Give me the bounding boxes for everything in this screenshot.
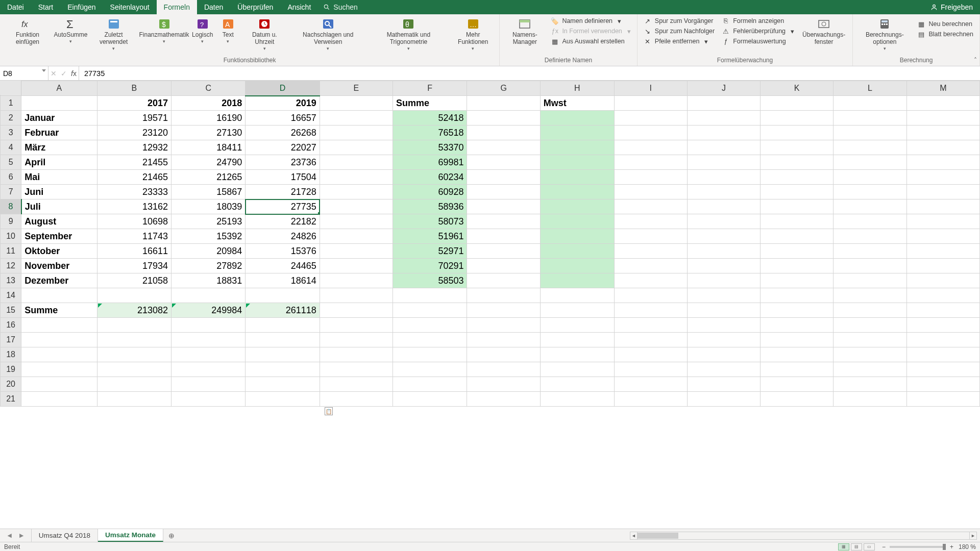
cell-L20[interactable] — [834, 377, 906, 392]
cell-B15[interactable]: 213082 — [97, 303, 171, 318]
cell-F12[interactable]: 70291 — [393, 259, 467, 273]
cell-J6[interactable] — [687, 170, 760, 185]
row-header-6[interactable]: 6 — [1, 170, 21, 185]
cell-K2[interactable] — [761, 111, 834, 126]
paste-options-button[interactable]: 📋 — [325, 407, 333, 415]
cell-H17[interactable] — [540, 333, 614, 347]
define-name-button[interactable]: 🏷️Namen definieren▾ — [548, 16, 633, 26]
cell-M17[interactable] — [906, 333, 979, 347]
cell-J9[interactable] — [687, 214, 760, 229]
cell-H3[interactable] — [540, 126, 614, 140]
cell-B21[interactable] — [97, 392, 171, 407]
cell-D7[interactable]: 21728 — [246, 185, 320, 199]
cell-J7[interactable] — [687, 185, 760, 199]
row-header-5[interactable]: 5 — [1, 155, 21, 170]
cell-D12[interactable]: 24465 — [246, 259, 320, 273]
cell-J13[interactable] — [687, 273, 760, 288]
cell-E14[interactable] — [320, 288, 393, 303]
cell-E18[interactable] — [320, 347, 393, 362]
cell-H14[interactable] — [540, 288, 614, 303]
cell-B5[interactable]: 21455 — [97, 155, 171, 170]
cell-B14[interactable] — [97, 288, 171, 303]
cell-E5[interactable] — [320, 155, 393, 170]
zoom-in-button[interactable]: + — [950, 543, 953, 550]
cell-K6[interactable] — [761, 170, 834, 185]
menu-tab-ansicht[interactable]: Ansicht — [280, 0, 318, 14]
show-formulas-button[interactable]: ⎘Formeln anzeigen — [719, 16, 797, 26]
cell-I1[interactable] — [614, 96, 687, 111]
cell-G10[interactable] — [467, 229, 540, 244]
cell-F19[interactable] — [393, 362, 467, 377]
cell-K1[interactable] — [761, 96, 834, 111]
cell-D15[interactable]: 261118 — [246, 303, 320, 318]
col-header-G[interactable]: G — [467, 81, 540, 96]
cell-L19[interactable] — [834, 362, 906, 377]
cell-D5[interactable]: 23736 — [246, 155, 320, 170]
cell-I15[interactable] — [614, 303, 687, 318]
error-checking-button[interactable]: ⚠Fehlerüberprüfung▾ — [719, 27, 797, 36]
cell-L5[interactable] — [834, 155, 906, 170]
col-header-A[interactable]: A — [21, 81, 97, 96]
cell-G8[interactable] — [467, 199, 540, 214]
cell-A13[interactable]: Dezember — [21, 273, 97, 288]
cell-A16[interactable] — [21, 318, 97, 333]
cell-E4[interactable] — [320, 140, 393, 155]
cell-E7[interactable] — [320, 185, 393, 199]
cell-M15[interactable] — [906, 303, 979, 318]
scroll-left-icon[interactable]: ◄ — [630, 532, 638, 539]
cell-I7[interactable] — [614, 185, 687, 199]
cell-D6[interactable]: 17504 — [246, 170, 320, 185]
remove-arrows-button[interactable]: ✕Pfeile entfernen▾ — [641, 37, 718, 46]
cell-A18[interactable] — [21, 347, 97, 362]
cell-G20[interactable] — [467, 377, 540, 392]
calculate-sheet-button[interactable]: ▤Blatt berechnen — [914, 30, 976, 39]
cell-I19[interactable] — [614, 362, 687, 377]
cell-G13[interactable] — [467, 273, 540, 288]
cell-F16[interactable] — [393, 318, 467, 333]
menu-tab-formeln[interactable]: Formeln — [157, 0, 197, 14]
menu-tab-überprüfen[interactable]: Überprüfen — [230, 0, 280, 14]
cell-H10[interactable] — [540, 229, 614, 244]
cell-A15[interactable]: Summe — [21, 303, 97, 318]
col-header-I[interactable]: I — [614, 81, 687, 96]
cell-M13[interactable] — [906, 273, 979, 288]
cell-J4[interactable] — [687, 140, 760, 155]
trace-dependents-button[interactable]: ↘Spur zum Nachfolger — [641, 27, 718, 36]
cell-E17[interactable] — [320, 333, 393, 347]
cell-B1[interactable]: 2017 — [97, 96, 171, 111]
cell-L16[interactable] — [834, 318, 906, 333]
cell-H6[interactable] — [540, 170, 614, 185]
cell-A2[interactable]: Januar — [21, 111, 97, 126]
cell-H9[interactable] — [540, 214, 614, 229]
cell-L9[interactable] — [834, 214, 906, 229]
cell-H21[interactable] — [540, 392, 614, 407]
cell-D4[interactable]: 22027 — [246, 140, 320, 155]
cell-M7[interactable] — [906, 185, 979, 199]
cell-G17[interactable] — [467, 333, 540, 347]
cell-E12[interactable] — [320, 259, 393, 273]
cell-F5[interactable]: 69981 — [393, 155, 467, 170]
cell-E1[interactable] — [320, 96, 393, 111]
cell-M8[interactable] — [906, 199, 979, 214]
cell-K20[interactable] — [761, 377, 834, 392]
fx-icon[interactable]: fx — [71, 69, 77, 78]
menu-tab-daten[interactable]: Daten — [197, 0, 230, 14]
evaluate-formula-button[interactable]: ƒFormelauswertung — [719, 37, 797, 46]
cell-F3[interactable]: 76518 — [393, 126, 467, 140]
cell-J12[interactable] — [687, 259, 760, 273]
trace-precedents-button[interactable]: ↗Spur zum Vorgänger — [641, 16, 718, 26]
cell-A5[interactable]: April — [21, 155, 97, 170]
cell-J19[interactable] — [687, 362, 760, 377]
cell-I4[interactable] — [614, 140, 687, 155]
cell-B8[interactable]: 13162 — [97, 199, 171, 214]
cell-C1[interactable]: 2018 — [171, 96, 245, 111]
cell-J10[interactable] — [687, 229, 760, 244]
watch-window-button[interactable]: Überwachungs-fenster — [798, 15, 849, 46]
cell-E13[interactable] — [320, 273, 393, 288]
cell-I14[interactable] — [614, 288, 687, 303]
cell-L13[interactable] — [834, 273, 906, 288]
cell-F8[interactable]: 58936 — [393, 199, 467, 214]
cell-G3[interactable] — [467, 126, 540, 140]
row-header-3[interactable]: 3 — [1, 126, 21, 140]
cell-K3[interactable] — [761, 126, 834, 140]
